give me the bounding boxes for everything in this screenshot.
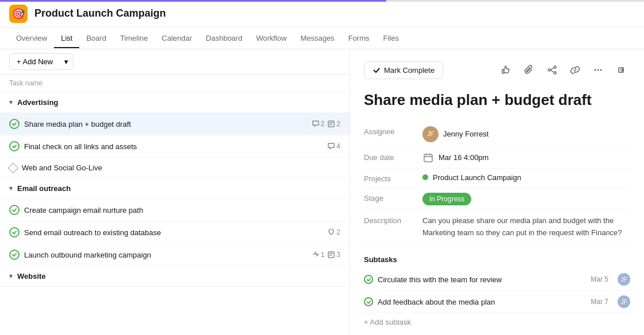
subtask-date: Mar 5 — [591, 275, 608, 283]
subtask-avatar: JF — [618, 295, 630, 308]
section-chevron-advertising: ▾ — [9, 99, 13, 106]
stage-row: Stage In Progress — [364, 188, 630, 211]
task-check-icon — [9, 141, 20, 151]
assignee-label: Assignee — [364, 126, 416, 136]
add-new-button[interactable]: + Add New — [9, 53, 60, 70]
comment-badge: 2 — [312, 120, 325, 128]
section-chevron-website: ▾ — [9, 272, 13, 280]
attachment-icon[interactable] — [520, 61, 538, 79]
tab-list[interactable]: List — [54, 29, 79, 48]
task-row[interactable]: Web and Social Go-Live — [0, 158, 350, 178]
add-new-dropdown-button[interactable]: ▾ — [60, 53, 73, 70]
tab-messages[interactable]: Messages — [293, 29, 341, 48]
task-name: Send email outreach to existing database — [24, 228, 323, 237]
svg-rect-3 — [328, 252, 334, 258]
subtask-name: Add feedback about the media plan — [378, 298, 586, 306]
calendar-icon — [422, 152, 434, 163]
tab-workflow[interactable]: Workflow — [249, 29, 293, 48]
subtask-check-icon — [364, 275, 373, 284]
assignee-value: JF Jenny Forrest — [422, 126, 630, 142]
stage-label: Stage — [364, 193, 416, 202]
task-row[interactable]: Send email outreach to existing database… — [0, 221, 350, 244]
task-list: Task name ▾ Advertising Share media plan… — [0, 75, 350, 335]
task-meta: 2 2 — [312, 120, 340, 128]
right-panel: Mark Complete — [350, 49, 644, 335]
section-label-advertising: Advertising — [17, 98, 59, 107]
projects-label: Projects — [364, 173, 416, 183]
comment-badge: 4 — [328, 142, 340, 150]
subtask-badge: 3 — [328, 251, 340, 259]
task-meta: 1 3 — [312, 251, 340, 259]
subtask-check-icon — [364, 297, 373, 306]
add-subtask-button[interactable]: + Add subtask — [364, 313, 630, 331]
tab-timeline[interactable]: Timeline — [113, 29, 155, 48]
task-row[interactable]: Share media plan + budget draft 2 2 — [0, 113, 350, 135]
section-header-website[interactable]: ▾ Website — [0, 266, 350, 287]
svg-point-13 — [598, 69, 599, 71]
svg-point-14 — [600, 69, 602, 71]
tab-dashboard[interactable]: Dashboard — [199, 29, 250, 48]
more-options-icon[interactable] — [589, 61, 607, 79]
tab-calendar[interactable]: Calendar — [155, 29, 199, 48]
tab-forms[interactable]: Forms — [342, 29, 377, 48]
close-icon[interactable] — [612, 61, 630, 79]
svg-line-10 — [550, 68, 554, 70]
task-row[interactable]: Launch outbound marketing campaign 1 3 — [0, 244, 350, 266]
assignee-name: Jenny Forrest — [443, 130, 488, 138]
description-label: Description — [364, 215, 416, 225]
svg-rect-6 — [502, 69, 504, 73]
left-panel: + Add New ▾ Task name ▾ Advertising Shar… — [0, 49, 350, 335]
svg-line-11 — [550, 70, 554, 72]
share-icon[interactable] — [543, 61, 561, 79]
link-icon[interactable] — [566, 61, 584, 79]
task-name: Share media plan + budget draft — [24, 120, 308, 128]
task-name: Final check on all links and assets — [24, 142, 323, 151]
section-header-email-outreach[interactable]: ▾ Email outreach — [0, 178, 350, 199]
description-row: Description Can you please share our med… — [364, 211, 630, 244]
nav-tabs: Overview List Board Timeline Calendar Da… — [0, 28, 644, 49]
task-meta: 2 — [328, 228, 340, 236]
svg-point-7 — [554, 66, 556, 68]
projects-row: Projects Product Launch Campaign — [364, 169, 630, 188]
subtask-avatar: JF — [618, 273, 630, 286]
top-bar: 🎯 Product Launch Campaign — [0, 0, 644, 28]
section-chevron-email-outreach: ▾ — [9, 185, 13, 192]
task-name: Web and Social Go-Live — [22, 163, 340, 172]
detail-actions — [497, 61, 630, 79]
detail-fields: Assignee JF Jenny Forrest Due date Mar 1… — [364, 122, 630, 244]
stage-value: In Progress — [422, 193, 630, 205]
task-check-icon — [9, 227, 20, 237]
left-toolbar: + Add New ▾ — [0, 49, 350, 75]
tab-files[interactable]: Files — [376, 29, 405, 48]
detail-title: Share media plan + budget draft — [364, 91, 630, 110]
description-value: Can you please share our media plan and … — [422, 215, 630, 239]
description-text: Can you please share our media plan and … — [422, 215, 630, 239]
svg-point-12 — [595, 69, 596, 71]
app-icon: 🎯 — [9, 5, 28, 23]
svg-point-8 — [554, 72, 556, 74]
section-label-email-outreach: Email outreach — [17, 184, 71, 193]
task-check-icon — [9, 250, 20, 260]
detail-toolbar: Mark Complete — [364, 61, 630, 79]
due-date-row: Due date Mar 16 4:00pm — [364, 147, 630, 169]
tab-board[interactable]: Board — [79, 29, 113, 48]
mark-complete-button[interactable]: Mark Complete — [364, 61, 443, 79]
task-row[interactable]: Create campaign email nurture path — [0, 199, 350, 221]
due-date: Mar 16 4:00pm — [439, 153, 488, 162]
task-check-icon — [9, 205, 20, 215]
project-title: Product Launch Campaign — [34, 7, 166, 20]
main-layout: + Add New ▾ Task name ▾ Advertising Shar… — [0, 49, 644, 335]
tab-overview[interactable]: Overview — [9, 29, 54, 48]
due-date-label: Due date — [364, 152, 416, 162]
task-row[interactable]: Final check on all links and assets 4 — [0, 135, 350, 158]
section-header-advertising[interactable]: ▾ Advertising — [0, 92, 350, 113]
subtask-row: Add feedback about the media plan Mar 7 … — [364, 291, 630, 313]
thumbs-up-icon[interactable] — [497, 61, 515, 79]
stage-badge[interactable]: In Progress — [422, 193, 471, 205]
add-subtask-label: + Add subtask — [364, 318, 411, 326]
column-header-task-name: Task name — [0, 75, 350, 92]
svg-rect-0 — [328, 121, 334, 127]
like-badge: 2 — [328, 228, 340, 236]
svg-rect-16 — [424, 154, 432, 162]
section-label-website: Website — [17, 272, 46, 281]
